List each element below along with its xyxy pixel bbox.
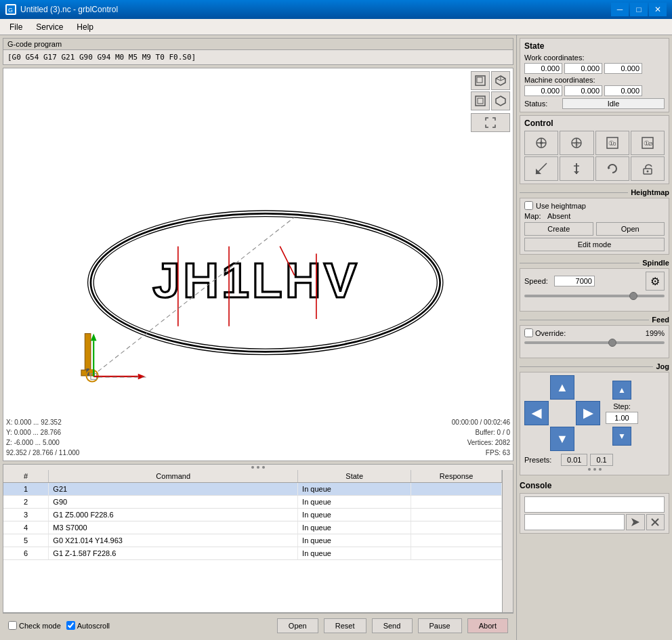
zero-all-button[interactable]: ①Ø — [631, 131, 665, 155]
open-heightmap-button[interactable]: Open — [596, 222, 665, 236]
feed-override-checkbox[interactable] — [524, 328, 533, 337]
send-button[interactable]: Send — [372, 618, 413, 633]
reset-button-ctrl[interactable] — [595, 156, 629, 181]
jog-right-button[interactable]: ▶ — [576, 401, 600, 425]
table-scrollbar[interactable] — [502, 470, 513, 612]
maximize-button[interactable]: □ — [630, 3, 648, 16]
svg-rect-11 — [85, 334, 91, 370]
fps-display: FPS: 63 — [452, 448, 510, 458]
vp-top-button[interactable] — [471, 91, 490, 110]
preset-01-button[interactable]: 0.1 — [590, 454, 612, 466]
work-coords-label: Work coordinates: — [524, 54, 606, 62]
viewport-container[interactable]: JH1LHV — [3, 68, 513, 461]
zero-xy-button[interactable]: ①0 — [595, 131, 629, 155]
menu-service[interactable]: Service — [29, 21, 70, 33]
spindle-slider-track — [524, 295, 665, 297]
feed-slider-thumb[interactable] — [608, 339, 616, 347]
home-xy-button[interactable] — [524, 131, 558, 155]
vp-3d-front-button[interactable] — [471, 71, 490, 90]
jog-dots — [524, 468, 665, 471]
row-num: 5 — [3, 534, 49, 547]
vp-reset-button[interactable] — [491, 91, 510, 110]
row-num: 2 — [3, 496, 49, 509]
jog-left-button[interactable]: ◀ — [524, 401, 549, 425]
preset-001-button[interactable]: 0.01 — [561, 454, 587, 466]
gcode-text[interactable]: [G0 G54 G17 G21 G90 G94 M0 M5 M9 T0 F0.S… — [3, 50, 513, 64]
vp-row1 — [471, 71, 510, 90]
window-title: Untitled (3).nc - grblControl — [20, 5, 611, 14]
menubar: File Service Help — [0, 19, 672, 35]
row-state: In queue — [298, 509, 411, 521]
reset-button[interactable]: Reset — [324, 618, 366, 633]
jog-down-button[interactable]: ▼ — [550, 427, 574, 451]
jog-z-up-button[interactable]: ▲ — [612, 381, 631, 400]
spindle-content: Speed: ⚙ — [520, 268, 669, 312]
spindle-section: Spindle Speed: ⚙ — [520, 257, 669, 312]
jog-step-input[interactable] — [606, 412, 638, 424]
probe-button[interactable] — [560, 156, 593, 181]
table-row[interactable]: 4 M3 S7000 In queue — [3, 521, 502, 534]
edit-mode-button[interactable]: Edit mode — [524, 238, 665, 251]
row-num: 6 — [3, 547, 49, 560]
jog-step-area: Step: — [606, 402, 638, 424]
map-label: Map: — [524, 212, 545, 220]
machine-coords-label: Machine coordinates: — [524, 76, 606, 84]
minimize-button[interactable]: ─ — [611, 3, 629, 16]
right-panel: State Work coordinates: Machine coordina… — [516, 35, 672, 640]
work-x-input[interactable] — [524, 63, 562, 74]
machine-z-input[interactable] — [604, 85, 642, 96]
feed-slider-container[interactable] — [524, 341, 665, 352]
row-cmd: G1 Z-1.587 F228.6 — [49, 547, 298, 560]
jog-up-button[interactable]: ▲ — [550, 375, 574, 400]
menu-help[interactable]: Help — [70, 21, 100, 33]
check-mode-label[interactable]: Check mode — [8, 621, 61, 630]
unlock-button[interactable] — [631, 156, 665, 181]
table-scroll[interactable]: # Command State Response 1 G21 In queue … — [3, 470, 502, 612]
autoscroll-checkbox[interactable] — [66, 621, 75, 630]
home-z-button[interactable]: ① — [560, 131, 593, 155]
autoscroll-label[interactable]: Autoscroll — [66, 621, 110, 630]
open-button[interactable]: Open — [277, 618, 318, 633]
buffer-display: Buffer: 0 / 0 — [452, 427, 510, 438]
console-input-field[interactable] — [524, 514, 625, 530]
spindle-speed-input[interactable] — [554, 276, 595, 286]
machine-y-input[interactable] — [564, 85, 602, 96]
move-to-origin-button[interactable] — [524, 156, 558, 181]
spindle-slider-container[interactable] — [524, 295, 665, 305]
jog-step-z-col: ▲ Step: ▼ — [606, 381, 638, 446]
vp-3d-iso-button[interactable] — [491, 71, 510, 90]
create-heightmap-button[interactable]: Create — [524, 222, 593, 236]
perf-info: 00:00:00 / 00:02:46 Buffer: 0 / 0 Vertic… — [452, 417, 510, 458]
console-clear-button[interactable] — [646, 514, 665, 530]
feed-title: Feed — [652, 316, 669, 324]
table-row[interactable]: 5 G0 X21.014 Y14.963 In queue — [3, 534, 502, 547]
row-resp — [411, 483, 502, 496]
svg-text:0: 0 — [613, 141, 616, 147]
spindle-gear-button[interactable]: ⚙ — [646, 272, 665, 291]
check-mode-checkbox[interactable] — [8, 621, 17, 630]
col-header-state: State — [298, 470, 411, 483]
work-z-input[interactable] — [604, 63, 642, 74]
col-header-cmd: Command — [49, 470, 298, 483]
machine-x-input[interactable] — [524, 85, 562, 96]
use-heightmap-row: Use heightmap — [524, 201, 665, 210]
use-heightmap-checkbox[interactable] — [524, 201, 533, 210]
jog-z-down-button[interactable]: ▼ — [612, 427, 631, 446]
close-button[interactable]: ✕ — [649, 3, 667, 16]
spindle-slider-thumb[interactable] — [629, 292, 637, 300]
table-row[interactable]: 3 G1 Z5.000 F228.6 In queue — [3, 509, 502, 521]
abort-button[interactable]: Abort — [467, 618, 508, 633]
work-y-input[interactable] — [564, 63, 602, 74]
menu-file[interactable]: File — [3, 21, 29, 33]
svg-rect-23 — [477, 77, 482, 83]
left-panel: G-code program [G0 G54 G17 G21 G90 G94 M… — [0, 35, 516, 640]
spindle-title: Spindle — [642, 259, 669, 267]
table-row[interactable]: 6 G1 Z-1.587 F228.6 In queue — [3, 547, 502, 560]
jog-divider: Jog — [520, 362, 669, 370]
vp-fullscreen-button[interactable] — [471, 113, 510, 132]
table-row[interactable]: 1 G21 In queue — [3, 483, 502, 496]
console-send-button[interactable] — [626, 514, 645, 530]
table-row[interactable]: 2 G90 In queue — [3, 496, 502, 509]
pause-button[interactable]: Pause — [418, 618, 462, 633]
svg-marker-48 — [574, 171, 579, 174]
